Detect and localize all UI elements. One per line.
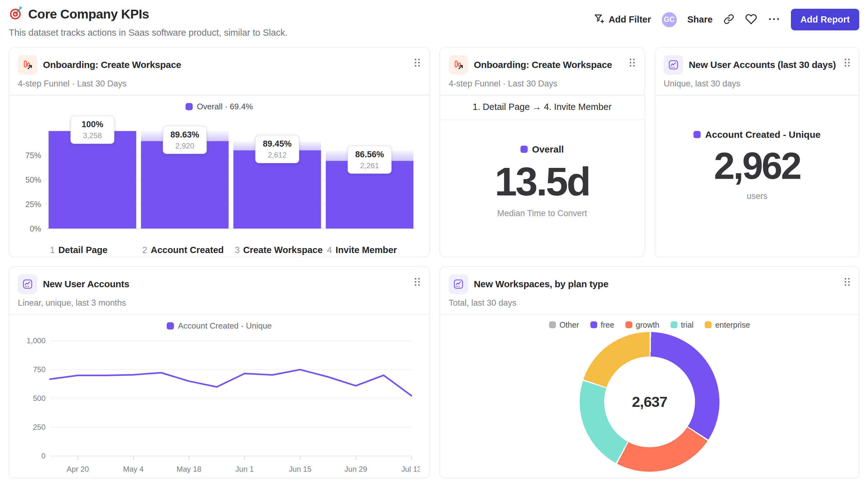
big-number-stack: Overall 13.5d Median Time to Convert bbox=[440, 120, 644, 257]
header-left: Core Company KPIs This dataset tracks ac… bbox=[9, 6, 288, 38]
donut-chart-area: 2,637 bbox=[440, 332, 859, 478]
page-subtitle: This dataset tracks actions in Saas soft… bbox=[9, 28, 288, 38]
funnel-bar[interactable] bbox=[141, 141, 229, 228]
funnel-legend[interactable]: Overall · 69.4% bbox=[9, 102, 429, 111]
line-xtick: May 18 bbox=[177, 465, 202, 473]
card-title: New Workspaces, by plan type bbox=[474, 279, 609, 289]
line-xtick: Jun 29 bbox=[344, 465, 367, 473]
legend-swatch bbox=[167, 322, 174, 329]
funnel-chart[interactable]: 0%25%50%75%1Detail Page2Account Created3… bbox=[19, 112, 420, 257]
share-label: Share bbox=[687, 14, 713, 25]
line-ytick: 1,000 bbox=[27, 336, 45, 345]
funnel-step-range: 1. Detail Page → 4. Invite Member bbox=[440, 96, 644, 120]
card-title: Onboarding: Create Workspace bbox=[43, 60, 181, 70]
funnel-step-label: 4Invite Member bbox=[327, 245, 397, 255]
metric-caption: users bbox=[747, 191, 767, 201]
line-ytick: 750 bbox=[33, 365, 45, 374]
avatar[interactable]: GC bbox=[662, 12, 677, 27]
svg-text:2,612: 2,612 bbox=[268, 151, 286, 159]
drag-handle-icon[interactable] bbox=[414, 277, 421, 288]
add-filter-label: Add Filter bbox=[609, 14, 651, 25]
card-subtitle: Linear, unique, last 3 months bbox=[18, 298, 421, 308]
metric-legend[interactable]: Overall bbox=[521, 144, 564, 155]
legend-swatch bbox=[590, 321, 597, 328]
legend-item-growth[interactable]: growth bbox=[625, 320, 659, 329]
legend-swatch bbox=[671, 321, 678, 328]
legend-swatch bbox=[186, 103, 193, 110]
card-subtitle: 4-step Funnel · Last 30 Days bbox=[18, 79, 421, 89]
add-filter-button[interactable]: Add Filter bbox=[593, 13, 651, 26]
line-legend[interactable]: Account Created - Unique bbox=[9, 321, 429, 331]
card-title: New User Accounts bbox=[43, 279, 129, 289]
page-header: Core Company KPIs This dataset tracks ac… bbox=[9, 0, 859, 38]
legend-item-free[interactable]: free bbox=[590, 320, 614, 329]
line-chart[interactable]: 02505007501,000Apr 20May 4May 18Jun 1Jun… bbox=[19, 331, 420, 479]
funnel-step-label: 3Create Workspace bbox=[235, 245, 323, 255]
page-title: Core Company KPIs bbox=[28, 7, 149, 22]
legend-label: Account Created - Unique bbox=[178, 321, 272, 331]
legend-swatch bbox=[549, 321, 556, 328]
card-head: Onboarding: Create Workspace 4-step Funn… bbox=[9, 47, 429, 95]
line-xtick: Jun 1 bbox=[235, 465, 254, 473]
svg-text:100%: 100% bbox=[82, 119, 103, 129]
line-xtick: Jul 13 bbox=[401, 465, 420, 473]
legend-label: free bbox=[601, 320, 614, 329]
legend-label: Account Created - Unique bbox=[705, 129, 820, 140]
legend-item-other[interactable]: Other bbox=[549, 320, 579, 329]
card-title: Onboarding: Create Workspace bbox=[474, 60, 612, 70]
metric-legend[interactable]: Account Created - Unique bbox=[693, 129, 820, 140]
funnel-ytick: 50% bbox=[25, 175, 41, 184]
favorite-button[interactable] bbox=[745, 13, 757, 26]
card-subtitle: 4-step Funnel · Last 30 Days bbox=[449, 79, 636, 89]
card-head: New Workspaces, by plan type Total, last… bbox=[440, 267, 859, 314]
donut-chart[interactable]: 2,637 bbox=[580, 332, 719, 472]
line-xtick: Apr 20 bbox=[67, 465, 89, 473]
card-title: New User Accounts (last 30 days) bbox=[689, 60, 836, 70]
metric-value: 2,962 bbox=[714, 147, 800, 185]
metric-value: 13.5d bbox=[495, 162, 589, 202]
svg-text:86.56%: 86.56% bbox=[355, 149, 384, 159]
insights-report-icon bbox=[449, 274, 468, 294]
legend-label: Overall bbox=[532, 144, 564, 155]
share-button[interactable]: Share bbox=[687, 14, 713, 25]
funnel-tooltip: 89.45%2,612 bbox=[255, 135, 299, 163]
line-ytick: 250 bbox=[33, 423, 45, 431]
donut-legend: Otherfreegrowthtrialenterprise bbox=[440, 320, 859, 329]
legend-item-enterprise[interactable]: enterprise bbox=[705, 320, 750, 329]
svg-text:89.63%: 89.63% bbox=[170, 129, 199, 139]
card-body: Overall · 69.4% 0%25%50%75%1Detail Page2… bbox=[9, 96, 429, 257]
funnel-step-label: 2Account Created bbox=[142, 245, 224, 255]
legend-label: growth bbox=[636, 320, 659, 329]
card-body: Account Created - Unique 02505007501,000… bbox=[9, 315, 429, 478]
funnel-bar[interactable] bbox=[49, 131, 136, 228]
insights-report-icon bbox=[664, 55, 683, 74]
legend-label: enterprise bbox=[715, 320, 750, 329]
filter-plus-icon bbox=[593, 13, 605, 26]
funnel-report-icon bbox=[449, 55, 468, 74]
dashboard-page: Core Company KPIs This dataset tracks ac… bbox=[0, 0, 868, 478]
drag-handle-icon[interactable] bbox=[414, 58, 421, 69]
card-new-users-30d: New User Accounts (last 30 days) Unique,… bbox=[655, 47, 860, 257]
header-actions: Add Filter GC Share bbox=[593, 9, 859, 30]
trend-line[interactable] bbox=[50, 369, 411, 396]
card-onboarding-funnel: Onboarding: Create Workspace 4-step Funn… bbox=[9, 47, 430, 257]
svg-text:2,261: 2,261 bbox=[360, 161, 379, 169]
drag-handle-icon[interactable] bbox=[629, 58, 636, 69]
card-head: New User Accounts Linear, unique, last 3… bbox=[9, 267, 429, 314]
copy-link-button[interactable] bbox=[723, 13, 735, 26]
insights-report-icon bbox=[18, 274, 37, 294]
funnel-report-icon bbox=[18, 55, 37, 74]
svg-text:3,258: 3,258 bbox=[83, 131, 102, 140]
card-workspaces-by-plan: New Workspaces, by plan type Total, last… bbox=[440, 266, 860, 478]
drag-handle-icon[interactable] bbox=[843, 277, 851, 288]
drag-handle-icon[interactable] bbox=[843, 58, 851, 69]
funnel-tooltip: 100%3,258 bbox=[71, 116, 114, 143]
add-report-button[interactable]: Add Report bbox=[791, 9, 859, 30]
more-options-button[interactable] bbox=[768, 17, 780, 22]
legend-swatch bbox=[521, 145, 528, 153]
legend-item-trial[interactable]: trial bbox=[671, 320, 693, 329]
line-ytick: 500 bbox=[33, 394, 45, 402]
line-chart-area: 02505007501,000Apr 20May 4May 18Jun 1Jun… bbox=[9, 331, 429, 479]
card-median-time: Onboarding: Create Workspace 4-step Funn… bbox=[440, 47, 645, 257]
card-head: New User Accounts (last 30 days) Unique,… bbox=[655, 47, 859, 95]
